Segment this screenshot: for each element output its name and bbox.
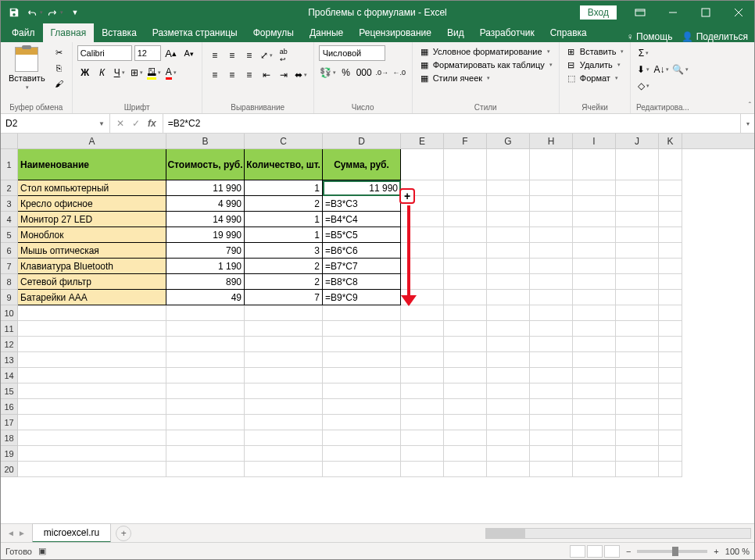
merge-icon[interactable]: ⬌▾ <box>293 67 309 83</box>
cell[interactable] <box>659 196 682 212</box>
cell[interactable] <box>659 149 682 180</box>
cell[interactable] <box>530 462 573 477</box>
cell[interactable] <box>323 368 401 383</box>
cell[interactable] <box>573 243 616 259</box>
row-header[interactable]: 19 <box>1 446 18 462</box>
cell[interactable] <box>444 321 487 337</box>
cell[interactable] <box>659 446 682 462</box>
cell[interactable] <box>530 259 573 274</box>
table-cell[interactable]: 11 990 <box>166 180 245 196</box>
cell[interactable] <box>530 368 573 383</box>
cell[interactable] <box>487 290 530 305</box>
shrink-font-icon[interactable]: A▾ <box>181 45 197 61</box>
cell[interactable] <box>659 243 682 259</box>
qat-customize-icon[interactable]: ▼ <box>66 4 84 21</box>
horizontal-scrollbar[interactable] <box>485 528 751 539</box>
cell[interactable] <box>18 337 166 352</box>
cell[interactable] <box>401 462 444 477</box>
cell[interactable] <box>401 274 444 290</box>
cell[interactable] <box>245 462 323 477</box>
cell[interactable] <box>444 399 487 415</box>
login-button[interactable]: Вход <box>580 5 617 20</box>
redo-icon[interactable]: ▾ <box>46 4 63 21</box>
table-cell[interactable]: Стол компьютерный <box>18 180 166 196</box>
cell[interactable] <box>573 462 616 477</box>
cell[interactable] <box>401 196 444 212</box>
copy-icon[interactable]: ⎘ <box>52 61 67 75</box>
cell[interactable] <box>245 337 323 352</box>
column-header[interactable]: C <box>245 134 323 148</box>
ribbon-options-icon[interactable] <box>624 1 656 23</box>
cell[interactable] <box>616 243 659 259</box>
cell[interactable] <box>18 446 166 462</box>
find-select-icon[interactable]: 🔍▾ <box>671 45 689 94</box>
cell[interactable] <box>323 462 401 477</box>
cell[interactable] <box>401 149 444 180</box>
cell[interactable] <box>616 415 659 430</box>
column-header[interactable]: J <box>616 134 659 148</box>
cell[interactable] <box>659 227 682 243</box>
cell[interactable] <box>530 430 573 446</box>
increase-decimal-icon[interactable]: .0→ <box>374 65 390 80</box>
zoom-level[interactable]: 100 % <box>725 547 750 556</box>
table-cell[interactable]: 1 <box>245 227 323 243</box>
table-cell[interactable]: Клавиатура Bluetooth <box>18 259 166 274</box>
cell[interactable] <box>166 399 245 415</box>
increase-indent-icon[interactable]: ⇥ <box>276 67 292 83</box>
cell[interactable] <box>444 149 487 180</box>
sort-filter-icon[interactable]: A↓▾ <box>653 45 670 94</box>
cell[interactable] <box>573 430 616 446</box>
cell[interactable] <box>530 399 573 415</box>
decrease-decimal-icon[interactable]: ←.0 <box>392 65 407 80</box>
currency-icon[interactable]: 💱▾ <box>319 65 337 80</box>
format-painter-icon[interactable]: 🖌 <box>52 77 67 91</box>
cell[interactable] <box>166 321 245 337</box>
cell[interactable] <box>323 383 401 399</box>
decrease-indent-icon[interactable]: ⇤ <box>259 67 274 83</box>
cell[interactable] <box>659 212 682 227</box>
table-cell[interactable]: =B9*C9 <box>323 290 401 305</box>
cell[interactable] <box>444 337 487 352</box>
insert-cells-button[interactable]: ⊞Вставить▾ <box>564 45 626 58</box>
row-header[interactable]: 13 <box>1 352 18 368</box>
cut-icon[interactable]: ✂ <box>52 45 67 59</box>
cell[interactable] <box>530 290 573 305</box>
table-cell[interactable]: 7 <box>245 290 323 305</box>
cell[interactable] <box>659 399 682 415</box>
close-icon[interactable] <box>723 1 754 23</box>
format-as-table-button[interactable]: ▦Форматировать как таблицу▾ <box>417 59 554 71</box>
cell[interactable] <box>659 259 682 274</box>
table-cell[interactable]: 890 <box>166 274 245 290</box>
name-box-dropdown-icon[interactable]: ▼ <box>98 120 105 127</box>
table-cell[interactable]: 1 <box>245 180 323 196</box>
add-sheet-icon[interactable]: + <box>116 526 131 541</box>
tab-insert[interactable]: Вставка <box>94 23 145 42</box>
cell[interactable] <box>245 383 323 399</box>
cell[interactable] <box>530 149 573 180</box>
italic-icon[interactable]: К <box>95 65 110 80</box>
cell[interactable] <box>487 383 530 399</box>
cell[interactable] <box>444 368 487 383</box>
cell[interactable] <box>487 352 530 368</box>
grow-font-icon[interactable]: A▴ <box>163 45 179 61</box>
cell[interactable] <box>659 430 682 446</box>
table-cell[interactable]: 2 <box>245 274 323 290</box>
cell[interactable] <box>487 321 530 337</box>
cell[interactable] <box>616 430 659 446</box>
table-cell[interactable]: =B4*C4 <box>323 212 401 227</box>
cell[interactable] <box>18 305 166 321</box>
table-cell[interactable]: =B6*C6 <box>323 243 401 259</box>
column-header[interactable]: I <box>573 134 616 148</box>
cell[interactable] <box>487 337 530 352</box>
cell[interactable] <box>616 196 659 212</box>
cell[interactable] <box>401 415 444 430</box>
cell[interactable] <box>573 259 616 274</box>
row-header[interactable]: 4 <box>1 212 18 227</box>
cell[interactable] <box>487 196 530 212</box>
cell[interactable] <box>616 305 659 321</box>
zoom-slider[interactable] <box>637 550 707 553</box>
cell[interactable] <box>659 274 682 290</box>
cell[interactable] <box>659 321 682 337</box>
paste-button[interactable]: Вставить ▾ <box>5 45 48 102</box>
cell[interactable] <box>323 305 401 321</box>
